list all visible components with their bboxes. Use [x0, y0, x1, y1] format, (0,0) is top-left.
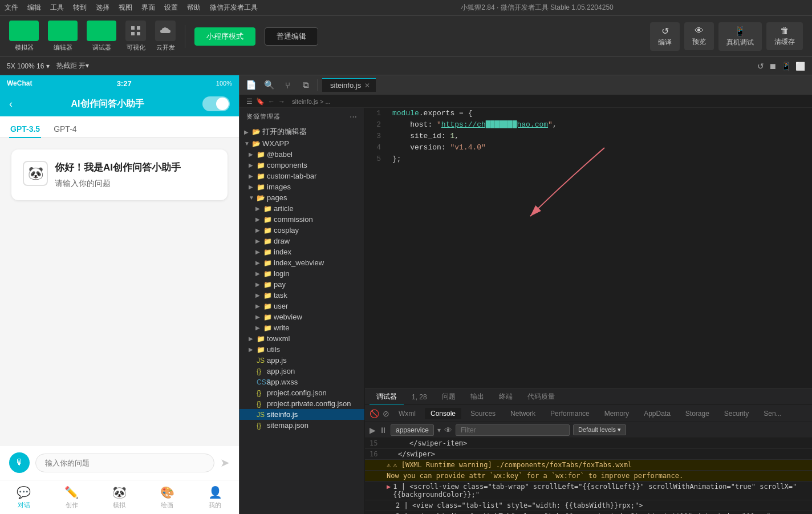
tree-appjs[interactable]: JS app.js [239, 355, 364, 366]
console-clear-icon[interactable]: 🚫 [370, 409, 379, 418]
breadcrumb-forward-icon[interactable]: → [278, 98, 285, 106]
tree-babel[interactable]: ▶ 📁 @babel [239, 149, 364, 160]
console-tab-network[interactable]: Network [505, 408, 541, 419]
console-tab-performance[interactable]: Performance [545, 408, 595, 419]
toggle-switch[interactable] [202, 96, 230, 111]
menu-view[interactable]: 视图 [119, 3, 132, 13]
console-tab-console[interactable]: Console [425, 408, 461, 419]
console-tab-security[interactable]: Security [718, 408, 754, 419]
bottom-tab-quality[interactable]: 代码质量 [521, 390, 562, 404]
mic-button[interactable]: 🎙 [9, 452, 30, 473]
console-pause-icon[interactable]: ⏸ [379, 426, 387, 435]
tree-images[interactable]: ▶ 📁 images [239, 181, 364, 192]
nav-chat[interactable]: 💬 对话 [17, 485, 31, 509]
nav-mine[interactable]: 👤 我的 [208, 485, 222, 509]
console-tab-wxml[interactable]: Wxml [393, 408, 421, 419]
debug-button[interactable]: 调试器 [87, 21, 116, 52]
bottom-tab-debugger[interactable]: 调试器 [370, 390, 404, 404]
tree-appjson[interactable]: {} app.json [239, 366, 364, 377]
tree-appwxss[interactable]: CSS app.wxss [239, 377, 364, 387]
bottom-tab-output[interactable]: 输出 [464, 390, 491, 404]
console-tab-storage[interactable]: Storage [680, 408, 715, 419]
close-tab-icon[interactable]: ✕ [364, 82, 370, 90]
menu-edit[interactable]: 编辑 [27, 3, 41, 13]
service-dropdown-icon[interactable]: ▾ [437, 426, 441, 434]
nav-sim[interactable]: 🐼 模拟 [112, 485, 127, 509]
tree-index[interactable]: ▶ 📁 index [239, 246, 364, 257]
tree-custom-tab-bar[interactable]: ▶ 📁 custom-tab-bar [239, 171, 364, 181]
tab-gpt35[interactable]: GPT-3.5 [9, 121, 41, 138]
phone-icon[interactable]: 📱 [781, 62, 791, 71]
tree-sitemap[interactable]: {} sitemap.json [239, 420, 364, 431]
console-tab-sources[interactable]: Sources [465, 408, 501, 419]
code-editor[interactable]: 1 module.exports = { 2 host: "https://ch… [365, 108, 812, 388]
new-file-icon[interactable]: ⋯ [350, 112, 358, 121]
stop-icon[interactable]: ⏹ [769, 62, 777, 71]
tree-item-open-editors[interactable]: ▶ 📂 打开的编辑器 [239, 126, 364, 138]
console-tab-appdata[interactable]: AppData [638, 408, 676, 419]
log-level-selector[interactable]: Default levels ▾ [573, 424, 626, 435]
tree-components[interactable]: ▶ 📁 components [239, 160, 364, 171]
refresh-icon[interactable]: ↺ [757, 62, 764, 71]
tree-towxml[interactable]: ▶ 📁 towxml [239, 333, 364, 344]
phone-input[interactable] [35, 454, 214, 472]
tree-utils[interactable]: ▶ 📁 utils [239, 344, 364, 355]
tree-user[interactable]: ▶ 📁 user [239, 301, 364, 311]
menu-settings[interactable]: 设置 [164, 3, 178, 13]
back-icon[interactable]: ‹ [9, 98, 13, 110]
compile-mode-button[interactable]: 普通编辑 [265, 27, 318, 46]
tree-commission[interactable]: ▶ 📁 commission [239, 214, 364, 225]
console-tab-sen[interactable]: Sen... [758, 408, 787, 419]
active-file-tab[interactable]: siteinfo.js ✕ [322, 78, 376, 92]
real-debug-button[interactable]: 📱 真机调试 [718, 22, 762, 51]
console-stop-icon[interactable]: ⊘ [383, 409, 389, 418]
tree-write[interactable]: ▶ 📁 write [239, 322, 364, 333]
send-button[interactable]: ➤ [220, 456, 230, 470]
branch-icon[interactable]: ⑂ [281, 80, 294, 90]
bottom-tab-terminal[interactable]: 终端 [492, 390, 519, 404]
tree-pages[interactable]: ▼ 📂 pages [239, 192, 364, 203]
split-icon[interactable]: ⧉ [299, 80, 312, 90]
menu-tools[interactable]: 工具 [50, 3, 64, 13]
console-forward-icon[interactable]: ▶ [370, 426, 376, 435]
tree-siteinfo[interactable]: JS siteinfo.js [239, 409, 364, 420]
clear-cache-button[interactable]: 🗑 清缓存 [766, 22, 803, 50]
tree-item-wxapp[interactable]: ▼ 📂 WXAPP [239, 138, 364, 149]
menu-interface[interactable]: 界面 [141, 3, 155, 13]
search-icon[interactable]: 🔍 [262, 80, 276, 90]
eye-icon[interactable]: 👁 [444, 426, 452, 435]
file-icon[interactable]: 📄 [244, 80, 258, 90]
menu-help[interactable]: 帮助 [187, 3, 201, 13]
menu-file[interactable]: 文件 [5, 3, 18, 13]
tree-webview[interactable]: ▶ 📁 webview [239, 311, 364, 322]
bottom-tab-problems[interactable]: 问题 [435, 390, 462, 404]
tree-pay[interactable]: ▶ 📁 pay [239, 279, 364, 290]
tree-index-webview[interactable]: ▶ 📁 index_webview [239, 257, 364, 268]
cloud-button[interactable]: 云开发 [155, 21, 176, 52]
breadcrumb-bookmark-icon[interactable]: 🔖 [256, 98, 265, 106]
menu-select[interactable]: 选择 [96, 3, 109, 13]
preview-button[interactable]: 👁 预览 [684, 22, 714, 50]
editor-button[interactable]: 编辑器 [48, 21, 78, 52]
service-selector[interactable]: appservice [391, 424, 434, 436]
console-filter-input[interactable] [456, 424, 570, 436]
tree-project-private[interactable]: {} project.private.config.json [239, 398, 364, 409]
zoom-indicator[interactable]: 5X 100% 16 ▾ [7, 62, 50, 70]
console-tab-memory[interactable]: Memory [599, 408, 635, 419]
nav-create[interactable]: ✏️ 创作 [64, 485, 79, 509]
tree-draw[interactable]: ▶ 📁 draw [239, 236, 364, 246]
tree-cosplay[interactable]: ▶ 📁 cosplay [239, 225, 364, 236]
breadcrumb-back-icon[interactable]: ← [268, 98, 275, 106]
tree-login[interactable]: ▶ 📁 login [239, 268, 364, 279]
window-icon[interactable]: ⬜ [795, 62, 805, 71]
tree-project-config[interactable]: {} project.config.json [239, 387, 364, 398]
simulator-button[interactable]: 模拟器 [9, 21, 39, 52]
menu-goto[interactable]: 转到 [73, 3, 87, 13]
nav-draw[interactable]: 🎨 绘画 [160, 485, 174, 509]
menu-devtools[interactable]: 微信开发者工具 [210, 3, 258, 13]
tree-article[interactable]: ▶ 📁 article [239, 203, 364, 214]
mini-mode-button[interactable]: 小程序模式 [194, 27, 255, 46]
compile-button[interactable]: ↺ 编译 [650, 22, 680, 51]
visual-button[interactable]: 可视化 [125, 21, 146, 52]
tree-task[interactable]: ▶ 📁 task [239, 290, 364, 301]
